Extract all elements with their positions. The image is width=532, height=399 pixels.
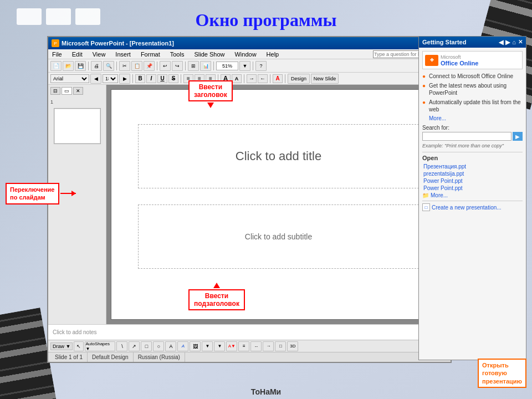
slide-title-box[interactable]: Click to add title — [138, 124, 419, 188]
menu-edit[interactable]: Edit — [70, 50, 84, 58]
zoom-input[interactable] — [216, 62, 238, 70]
autoshapes-btn[interactable]: AutoShapes ▼ — [85, 341, 115, 351]
slide-subtitle-placeholder: Click to add subtitle — [245, 232, 312, 241]
tb-cut[interactable]: ✂ — [119, 61, 130, 71]
menu-help[interactable]: Help — [265, 50, 281, 58]
gs-more-files-link[interactable]: 📁 More... — [422, 192, 523, 198]
gs-file-3[interactable]: Power Point.ppt — [422, 178, 523, 184]
tb-sep-6 — [253, 62, 253, 70]
tb-paste[interactable]: 📌 — [144, 61, 155, 71]
font-color-btn2[interactable]: A▼ — [226, 341, 237, 351]
tb-preview[interactable]: 🔍 — [103, 61, 114, 71]
menu-insert[interactable]: Insert — [114, 50, 132, 58]
menu-tools[interactable]: Tools — [168, 50, 186, 58]
underline-button[interactable]: U — [157, 74, 167, 83]
menu-slideshow[interactable]: Slide Show — [192, 50, 226, 58]
tb-insert-chart[interactable]: 📊 — [200, 61, 211, 71]
tb-save[interactable]: 💾 — [75, 61, 86, 71]
dash-style-btn[interactable]: -- — [250, 341, 262, 351]
3d-btn[interactable]: 3D — [287, 341, 298, 351]
ellipse-tool[interactable]: ○ — [153, 341, 164, 351]
tb-zoom-dropdown[interactable]: ▼ — [239, 61, 250, 71]
tb-print[interactable]: 🖨 — [91, 61, 102, 71]
gs-item-2: ● Get the latest news about using PowerP… — [422, 82, 523, 96]
font-select[interactable]: Arial — [50, 74, 89, 83]
office-logo-icon: ✤ — [425, 55, 438, 66]
strikethrough-button[interactable]: S — [168, 74, 178, 83]
gs-content: ✤ Microsoft Office Online ● Connect to M… — [419, 48, 526, 360]
menu-view[interactable]: View — [91, 50, 108, 58]
gs-item-1: ● Connect to Microsoft Office Online — [422, 73, 523, 80]
gs-nav-back[interactable]: ◀ — [499, 39, 503, 46]
line-tool[interactable]: \ — [116, 341, 127, 351]
fmt-sep-6 — [285, 74, 285, 83]
gs-search-input[interactable] — [422, 132, 511, 141]
gs-title-label: Getting Started — [422, 39, 466, 45]
italic-button[interactable]: I — [146, 74, 156, 83]
tab-outline[interactable]: ⊟ — [50, 87, 60, 95]
office-online-logo: ✤ Microsoft Office Online — [422, 51, 523, 69]
gs-home[interactable]: ⌂ — [512, 39, 516, 46]
rect-tool[interactable]: □ — [141, 341, 152, 351]
status-bar: Slide 1 of 1 Default Design Russian (Rus… — [48, 352, 451, 362]
gs-file-4[interactable]: Power Point.ppt — [422, 185, 523, 191]
arrow-style-btn[interactable]: → — [263, 341, 274, 351]
annotation-subtitle: Ввести подзаголовок — [188, 283, 245, 310]
tb-help[interactable]: ? — [255, 61, 267, 71]
title-bar-left: P Microsoft PowerPoint - [Presentation1] — [52, 39, 174, 47]
font-size-select[interactable]: 18 — [103, 74, 118, 83]
font-color[interactable]: A — [273, 74, 283, 83]
font-size-decrease[interactable]: A — [232, 74, 242, 83]
indent-increase[interactable]: → — [247, 74, 257, 83]
slide-thumbnail[interactable] — [54, 108, 101, 144]
tb-new[interactable]: 📄 — [50, 61, 62, 71]
tb-redo[interactable]: ↪ — [172, 61, 183, 71]
font-size-down[interactable]: ◀ — [90, 74, 101, 84]
gs-close-btn[interactable]: ✕ — [518, 39, 523, 46]
line-color-btn[interactable]: ▼ — [214, 341, 225, 351]
tab-slides[interactable]: ▭ — [62, 87, 72, 95]
font-size-up[interactable]: ▶ — [119, 74, 130, 84]
arrow-tool[interactable]: ↗ — [129, 341, 140, 351]
getting-started-panel: Getting Started ◀ ▶ ⌂ ✕ ✤ Microsoft Offi… — [418, 36, 526, 360]
tab-close[interactable]: ✕ — [73, 87, 83, 95]
menu-file[interactable]: File — [50, 50, 64, 58]
select-tool[interactable]: ↖ — [74, 341, 84, 351]
gs-more-link[interactable]: More... — [422, 115, 523, 121]
ppt-window: P Microsoft PowerPoint - [Presentation1]… — [47, 36, 452, 363]
gs-file-1[interactable]: Презентация.ppt — [422, 163, 523, 170]
bottom-label: ТоНаМи — [251, 387, 281, 396]
standard-toolbar: 📄 📂 💾 🖨 🔍 ✂ 📋 📌 ↩ ↪ ⊞ 📊 ▼ ? — [48, 59, 451, 73]
notes-area[interactable]: Click to add notes — [48, 324, 451, 340]
wordart-tool[interactable]: A — [177, 341, 188, 351]
shadow-btn[interactable]: □ — [275, 341, 286, 351]
menu-format[interactable]: Format — [139, 50, 162, 58]
new-slide-button[interactable]: New Slide — [311, 74, 339, 84]
tb-undo[interactable]: ↩ — [160, 61, 171, 71]
line-style-btn[interactable]: ≡ — [238, 341, 249, 351]
tb-insert-table[interactable]: ⊞ — [188, 61, 199, 71]
folder-icon: 📁 — [422, 192, 429, 198]
slide-subtitle-box[interactable]: Click to add subtitle — [138, 204, 419, 269]
annotation-subtitle-arrow — [213, 283, 220, 288]
textbox-tool[interactable]: A — [165, 341, 176, 351]
design-button[interactable]: Design — [288, 74, 310, 84]
slide-count-status: Slide 1 of 1 — [50, 352, 88, 362]
fmt-sep-5 — [270, 74, 270, 83]
draw-btn[interactable]: Draw ▼ — [50, 342, 73, 350]
gs-search-btn[interactable]: ▶ — [513, 132, 523, 141]
tb-open[interactable]: 📂 — [63, 61, 74, 71]
indent-decrease[interactable]: ← — [258, 74, 268, 83]
bold-button[interactable]: B — [135, 74, 145, 83]
gs-file-2[interactable]: prezentatsija.ppt — [422, 171, 523, 177]
fmt-sep-1 — [132, 74, 133, 83]
slide-panel: ⊟ ▭ ✕ 1 — [48, 85, 106, 324]
tb-sep-5 — [213, 62, 214, 70]
menu-window[interactable]: Window — [233, 50, 258, 58]
gs-create-link[interactable]: □ Create a new presentation... — [422, 203, 523, 211]
fmt-sep-2 — [181, 74, 181, 83]
tb-copy[interactable]: 📋 — [131, 61, 142, 71]
clipart-tool[interactable]: 🖼 — [190, 341, 201, 351]
fill-color-btn[interactable]: ▼ — [202, 341, 213, 351]
gs-nav-fwd[interactable]: ▶ — [505, 39, 510, 46]
